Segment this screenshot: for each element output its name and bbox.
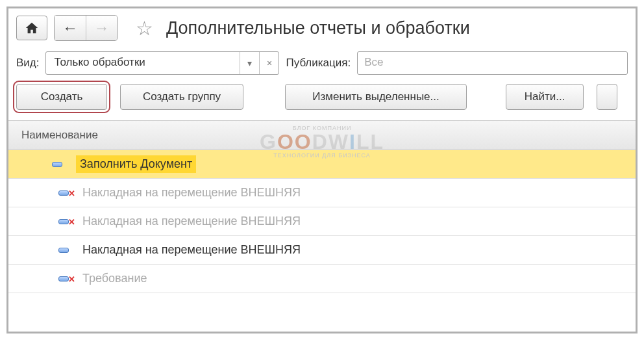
table-row[interactable]: ✕ Требование — [8, 265, 636, 293]
row-status-icon: ✕ — [54, 190, 73, 196]
app-window: ← → ☆ Дополнительные отчеты и обработки … — [6, 7, 638, 333]
create-button[interactable]: Создать — [16, 84, 107, 110]
row-label: Заполнить Документ — [76, 155, 196, 173]
row-label: Накладная на перемещение ВНЕШНЯЯ — [82, 215, 301, 228]
table-row[interactable]: ✕ Накладная на перемещение ВНЕШНЯЯ — [8, 179, 636, 207]
chevron-down-icon: ▾ — [247, 58, 252, 68]
favorite-button[interactable]: ☆ — [136, 17, 153, 40]
row-status-icon — [54, 248, 73, 253]
change-selected-button[interactable]: Изменить выделенные... — [285, 84, 467, 110]
row-status-icon: ✕ — [54, 276, 73, 281]
deleted-icon: ✕ — [68, 274, 75, 284]
table-row[interactable]: Накладная на перемещение ВНЕШНЯЯ — [8, 236, 636, 265]
row-label: Требование — [82, 272, 147, 285]
table-header[interactable]: Наименование БЛОГ КОМПАНИИ GOODWILL ТЕХН… — [8, 121, 636, 150]
row-label: Накладная на перемещение ВНЕШНЯЯ — [82, 243, 301, 257]
deleted-icon: ✕ — [68, 217, 75, 227]
create-group-button[interactable]: Создать группу — [120, 84, 243, 110]
column-header-name: Наименование — [21, 129, 98, 141]
row-status-icon — [47, 162, 67, 167]
arrow-left-icon: ← — [62, 19, 78, 37]
nav-back-forward-group: ← → — [54, 15, 118, 41]
table-row[interactable]: ✕ Накладная на перемещение ВНЕШНЯЯ — [8, 207, 636, 236]
type-combo-clear[interactable]: × — [259, 52, 279, 74]
navigation-bar: ← → ☆ Дополнительные отчеты и обработки — [8, 8, 636, 47]
publication-label: Публикация: — [286, 57, 351, 70]
type-combo[interactable]: Только обработки ▾ × — [45, 51, 279, 75]
extra-button[interactable] — [597, 84, 617, 110]
arrow-right-icon: → — [94, 19, 110, 37]
publication-input[interactable]: Все — [357, 51, 628, 75]
row-label: Накладная на перемещение ВНЕШНЯЯ — [82, 186, 301, 200]
forward-button[interactable]: → — [86, 16, 117, 40]
deleted-icon: ✕ — [68, 189, 75, 198]
close-icon: × — [267, 58, 272, 68]
toolbar: Создать Создать группу Изменить выделенн… — [8, 81, 636, 120]
type-combo-dropdown[interactable]: ▾ — [240, 52, 259, 74]
data-table: Наименование БЛОГ КОМПАНИИ GOODWILL ТЕХН… — [8, 120, 636, 293]
back-button[interactable]: ← — [55, 16, 86, 40]
table-row[interactable]: Заполнить Документ — [8, 150, 636, 179]
row-status-icon: ✕ — [54, 219, 73, 224]
home-icon — [25, 21, 39, 35]
star-icon: ☆ — [136, 17, 153, 40]
type-combo-value: Только обработки — [46, 52, 240, 74]
home-button[interactable] — [16, 16, 47, 40]
filter-bar: Вид: Только обработки ▾ × Публикация: Вс… — [8, 47, 636, 81]
page-title: Дополнительные отчеты и обработки — [166, 18, 470, 38]
type-label: Вид: — [16, 57, 39, 70]
find-button[interactable]: Найти... — [506, 84, 584, 110]
